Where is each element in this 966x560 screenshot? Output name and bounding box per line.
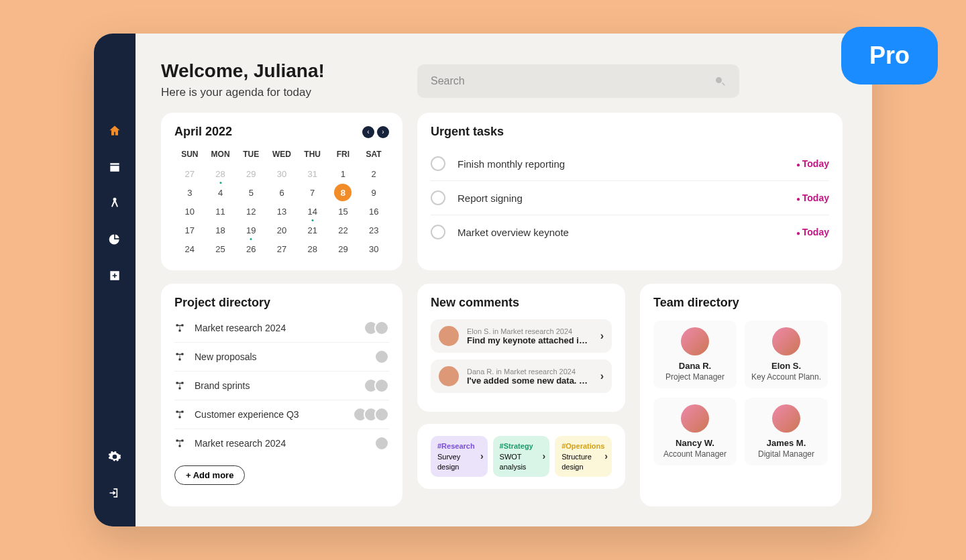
calendar-day[interactable]: 17 xyxy=(174,221,205,239)
comment-row[interactable]: Elon S. in Market research 2024Find my k… xyxy=(431,319,612,353)
calendar-day[interactable]: 30 xyxy=(358,239,389,258)
team-directory-card: Team directory Dana R.Project ManagerElo… xyxy=(640,284,841,506)
calendar-day[interactable]: 21 xyxy=(297,221,328,239)
project-name: Market research 2024 xyxy=(195,438,286,449)
nav-settings[interactable] xyxy=(108,450,121,463)
calendar-day[interactable]: 28 xyxy=(205,164,236,183)
nav-calendar[interactable] xyxy=(108,160,121,174)
calendar-day[interactable]: 14 xyxy=(297,202,328,221)
tag-card[interactable]: #StrategySWOT analysis› xyxy=(493,436,550,477)
calendar-day[interactable]: 15 xyxy=(328,202,359,221)
calendar-day[interactable]: 27 xyxy=(266,239,297,258)
calendar-day[interactable]: 29 xyxy=(328,239,359,258)
team-member[interactable]: Elon S.Key Account Plann. xyxy=(745,321,828,388)
tag-hash: #Operations xyxy=(561,441,604,451)
page-title: Welcome, Juliana! xyxy=(161,60,402,82)
calendar-day[interactable]: 12 xyxy=(235,202,266,221)
nav-home[interactable] xyxy=(108,124,121,137)
project-row[interactable]: New proposals xyxy=(174,342,389,371)
avatar xyxy=(374,436,389,451)
calendar-day[interactable]: 11 xyxy=(205,202,236,221)
calendar-day[interactable]: 22 xyxy=(328,221,359,239)
calendar-dow: SAT xyxy=(358,146,389,164)
calendar-day[interactable]: 29 xyxy=(235,164,266,183)
project-row[interactable]: Brand sprints xyxy=(174,371,389,400)
calendar-dow: WED xyxy=(266,146,297,164)
nav-reports[interactable] xyxy=(108,233,121,246)
project-row[interactable]: Customer experience Q3 xyxy=(174,400,389,429)
tag-card[interactable]: #OperationsStructure design› xyxy=(555,436,612,477)
calendar-day[interactable]: 3 xyxy=(174,183,205,202)
tags-row: #ResearchSurvey design›#StrategySWOT ana… xyxy=(417,424,625,489)
calendar-day[interactable]: 2 xyxy=(358,164,389,183)
add-more-button[interactable]: + Add more xyxy=(174,465,245,485)
svg-rect-4 xyxy=(182,353,184,355)
avatar xyxy=(374,321,389,335)
chevron-right-icon: › xyxy=(480,451,484,461)
calendar-day[interactable]: 8 xyxy=(328,183,359,202)
calendar-day[interactable]: 28 xyxy=(297,239,328,258)
calendar-day[interactable]: 16 xyxy=(358,202,389,221)
team-member[interactable]: James M.Digital Manager xyxy=(745,398,828,465)
svg-rect-12 xyxy=(176,440,178,442)
drafting-icon xyxy=(108,197,121,210)
calendar-prev-button[interactable]: ‹ xyxy=(362,126,374,138)
calendar-day[interactable]: 23 xyxy=(358,221,389,239)
calendar-day[interactable]: 25 xyxy=(205,239,236,258)
svg-rect-10 xyxy=(182,411,184,413)
calendar-day[interactable]: 27 xyxy=(174,164,205,183)
avatar xyxy=(439,366,459,386)
project-icon xyxy=(174,380,185,391)
calendar-day[interactable]: 24 xyxy=(174,239,205,258)
search-bar[interactable] xyxy=(417,64,739,98)
calendar-dow: THU xyxy=(297,146,328,164)
svg-rect-0 xyxy=(176,325,178,327)
member-name: Dana R. xyxy=(657,361,733,371)
project-row[interactable]: Market research 2024 xyxy=(174,429,389,457)
search-input[interactable] xyxy=(431,75,714,87)
avatar xyxy=(681,327,709,355)
comment-meta: Elon S. in Market research 2024 xyxy=(467,327,592,335)
calendar-day[interactable]: 20 xyxy=(266,221,297,239)
nav-compass[interactable] xyxy=(108,197,121,210)
avatar xyxy=(374,349,389,364)
calendar-day[interactable]: 31 xyxy=(297,164,328,183)
calendar-day[interactable]: 9 xyxy=(358,183,389,202)
task-checkbox[interactable] xyxy=(431,156,445,171)
project-name: Market research 2024 xyxy=(195,323,286,333)
comment-row[interactable]: Dana R. in Market research 2024I've adde… xyxy=(431,359,612,393)
calendar-day[interactable]: 26 xyxy=(235,239,266,258)
urgent-tasks-card: Urgent tasks Finish monthly reportingTod… xyxy=(417,113,843,270)
svg-rect-6 xyxy=(176,382,178,384)
pie-chart-icon xyxy=(108,233,121,246)
comments-title: New comments xyxy=(431,296,612,310)
chevron-right-icon: › xyxy=(542,451,545,461)
calendar-day[interactable]: 13 xyxy=(266,202,297,221)
task-name: Report signing xyxy=(458,192,523,204)
calendar-day[interactable]: 7 xyxy=(297,183,328,202)
calendar-day[interactable]: 4 xyxy=(205,183,236,202)
nav-logout[interactable] xyxy=(108,486,121,500)
project-icon xyxy=(174,438,185,449)
tag-label: SWOT analysis xyxy=(500,453,527,470)
calendar-next-button[interactable]: › xyxy=(377,126,389,138)
team-member[interactable]: Dana R.Project Manager xyxy=(653,321,737,388)
calendar-day[interactable]: 30 xyxy=(266,164,297,183)
calendar-day[interactable]: 5 xyxy=(235,183,266,202)
task-checkbox[interactable] xyxy=(431,190,445,205)
nav-add[interactable] xyxy=(108,269,121,282)
project-name: New proposals xyxy=(195,351,257,362)
calendar-day[interactable]: 1 xyxy=(328,164,359,183)
team-member[interactable]: Nancy W.Account Manager xyxy=(653,398,737,465)
calendar-day[interactable]: 6 xyxy=(266,183,297,202)
project-name: Brand sprints xyxy=(195,380,250,391)
avatar xyxy=(681,404,709,433)
calendar-day[interactable]: 19 xyxy=(235,221,266,239)
calendar-day[interactable]: 10 xyxy=(174,202,205,221)
project-row[interactable]: Market research 2024 xyxy=(174,318,389,342)
tag-card[interactable]: #ResearchSurvey design› xyxy=(431,436,488,477)
calendar-dow: FRI xyxy=(328,146,359,164)
avatar xyxy=(374,378,389,393)
task-checkbox[interactable] xyxy=(431,225,445,239)
calendar-day[interactable]: 18 xyxy=(205,221,236,239)
